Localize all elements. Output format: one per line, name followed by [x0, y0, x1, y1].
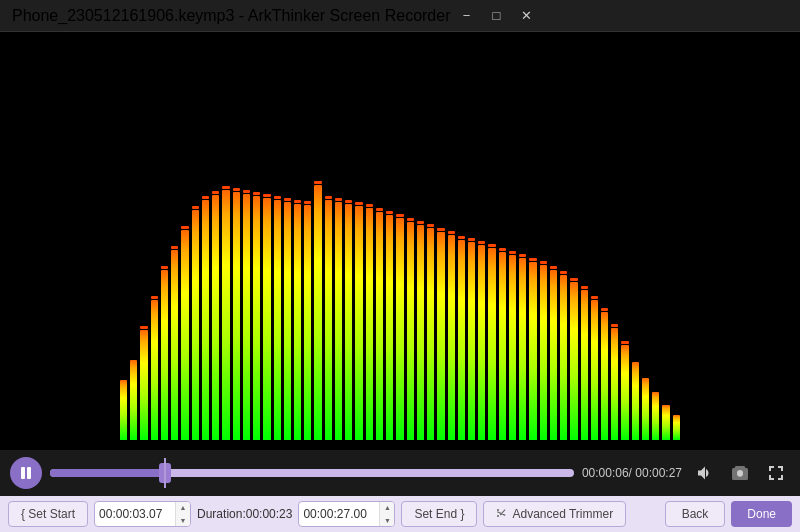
spectrum-bar [478, 245, 485, 440]
spectrum-bar [253, 196, 260, 440]
spectrum-bar [519, 258, 526, 440]
pause-button[interactable] [10, 457, 42, 489]
spectrum-bar [611, 328, 618, 440]
titlebar-title: Phone_230512161906.keymp3 - ArkThinker S… [12, 7, 451, 25]
spectrum-bar [243, 194, 250, 440]
pause-icon [19, 466, 33, 480]
end-time-input[interactable] [299, 502, 379, 526]
volume-icon [695, 464, 713, 482]
start-time-up[interactable]: ▲ [176, 501, 190, 514]
fullscreen-icon [768, 465, 784, 481]
spectrum-bar [171, 250, 178, 440]
spectrum-bar [601, 312, 608, 440]
spectrum-bar [468, 242, 475, 440]
spectrum-bar [560, 275, 567, 440]
spectrum-bar [233, 192, 240, 440]
fullscreen-button[interactable] [762, 459, 790, 487]
spectrum-bar [570, 282, 577, 440]
spectrum-bar [488, 248, 495, 440]
start-time-input-group: ▲ ▼ [94, 501, 191, 527]
spectrum-bar [345, 204, 352, 440]
spectrum-bar [192, 210, 199, 440]
spectrum-bar [222, 190, 229, 440]
progress-fill [50, 469, 165, 477]
spectrum-bar [448, 235, 455, 440]
spectrum-bar [263, 198, 270, 440]
spectrum-bar [335, 202, 342, 440]
spectrum-bar [161, 270, 168, 440]
end-time-input-group: ▲ ▼ [298, 501, 395, 527]
spectrum-bar [274, 200, 281, 440]
spectrum-bar [304, 205, 311, 440]
set-start-button[interactable]: { Set Start [8, 501, 88, 527]
spectrum-bar [314, 185, 321, 440]
volume-button[interactable] [690, 459, 718, 487]
bottom-toolbar: { Set Start ▲ ▼ Duration:00:00:23 ▲ ▼ Se… [0, 496, 800, 532]
svg-rect-0 [21, 467, 25, 479]
start-time-down[interactable]: ▼ [176, 514, 190, 527]
spectrum-bar [355, 206, 362, 440]
spectrum-bar [652, 392, 659, 440]
spectrum-bar [581, 290, 588, 440]
spectrum-bar [550, 270, 557, 440]
spectrum-bar [499, 252, 506, 440]
end-time-down[interactable]: ▼ [380, 514, 394, 527]
titlebar: Phone_230512161906.keymp3 - ArkThinker S… [0, 0, 800, 32]
progress-bar[interactable] [50, 469, 574, 477]
spectrum-bar [130, 360, 137, 440]
spectrum-bar [529, 262, 536, 440]
spectrum-bar [509, 255, 516, 440]
waveform-display [0, 32, 800, 450]
camera-button[interactable] [726, 459, 754, 487]
spectrum-bar [181, 230, 188, 440]
spectrum-bar [621, 345, 628, 440]
set-end-button[interactable]: Set End } [401, 501, 477, 527]
spectrum-bar [632, 362, 639, 440]
back-button[interactable]: Back [665, 501, 726, 527]
minimize-button[interactable]: − [453, 2, 481, 30]
spectrum-bar [673, 415, 680, 440]
spectrum-bar [151, 300, 158, 440]
duration-label: Duration:00:00:23 [197, 507, 292, 521]
spectrum-bar [212, 195, 219, 440]
spectrum-bar [294, 204, 301, 440]
spectrum-bar [540, 265, 547, 440]
spectrum-bar [427, 228, 434, 440]
close-button[interactable]: ✕ [513, 2, 541, 30]
spectrum-bar [325, 200, 332, 440]
scissors-icon [496, 508, 508, 520]
spectrum-bar [396, 218, 403, 440]
end-time-spinners: ▲ ▼ [379, 501, 394, 527]
svg-point-2 [737, 471, 743, 477]
spectrum-bar [662, 405, 669, 440]
progress-thumb[interactable] [159, 463, 171, 483]
spectrum-bar [437, 232, 444, 440]
spectrum-bar [407, 222, 414, 440]
spectrum-bar [140, 330, 147, 440]
camera-icon [731, 464, 749, 482]
svg-rect-1 [27, 467, 31, 479]
spectrum-bar [642, 378, 649, 440]
spectrum-bar [417, 225, 424, 440]
spectrum-bar [591, 300, 598, 440]
time-display: 00:00:06/ 00:00:27 [582, 466, 682, 480]
controls-bar: 00:00:06/ 00:00:27 [0, 450, 800, 496]
start-time-spinners: ▲ ▼ [175, 501, 190, 527]
spectrum-bar [284, 202, 291, 440]
advanced-trimmer-button[interactable]: Advanced Trimmer [483, 501, 626, 527]
spectrum-bar [120, 380, 127, 440]
spectrum-bar [458, 240, 465, 440]
done-button[interactable]: Done [731, 501, 792, 527]
spectrum-bar [366, 208, 373, 440]
spectrum-bar [386, 215, 393, 440]
start-time-input[interactable] [95, 502, 175, 526]
spectrum-visualizer [120, 100, 680, 440]
spectrum-bar [376, 212, 383, 440]
end-time-up[interactable]: ▲ [380, 501, 394, 514]
maximize-button[interactable]: □ [483, 2, 511, 30]
spectrum-bar [202, 200, 209, 440]
